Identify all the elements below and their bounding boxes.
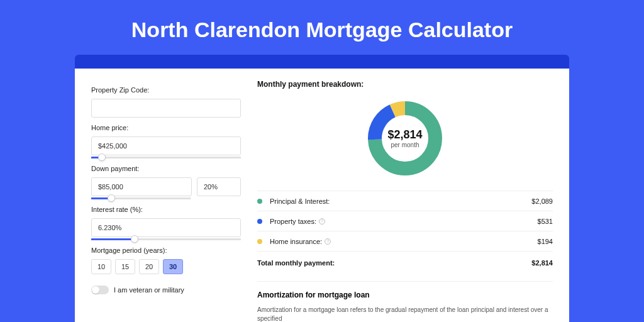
period-option-10[interactable]: 10 [91, 259, 111, 274]
breakdown-item-value: $194 [538, 238, 553, 245]
toggle-knob-icon [92, 286, 99, 294]
period-option-30[interactable]: 30 [163, 259, 183, 274]
donut-center-sub: per month [391, 142, 419, 148]
breakdown-item-label: Principal & Interest: [257, 197, 531, 205]
amortization-text: Amortization for a mortgage loan refers … [257, 306, 553, 322]
mortgage-period-label: Mortgage period (years): [91, 247, 241, 254]
period-option-15[interactable]: 15 [115, 259, 135, 274]
legend-dot-icon [257, 199, 262, 204]
down-payment-label: Down payment: [91, 165, 241, 172]
window-top-bar [75, 55, 569, 69]
amortization-heading: Amortization for mortgage loan [257, 291, 553, 299]
slider-knob-icon[interactable] [108, 194, 115, 202]
zip-label: Property Zip Code: [91, 86, 241, 94]
breakdown-item-label: Property taxes:? [257, 218, 538, 225]
total-value: $2,814 [531, 259, 553, 267]
breakdown-column: Monthly payment breakdown: $2,814 per mo… [257, 80, 569, 322]
breakdown-item: Property taxes:?$531 [257, 211, 553, 231]
legend-dot-icon [257, 219, 262, 224]
down-payment-input[interactable] [91, 177, 192, 196]
veteran-toggle[interactable] [91, 286, 109, 294]
donut-center-value: $2,814 [387, 128, 422, 142]
amortization-section: Amortization for mortgage loan Amortizat… [257, 281, 553, 322]
period-option-20[interactable]: 20 [139, 259, 159, 274]
total-label: Total monthly payment: [257, 259, 531, 267]
slider-knob-icon[interactable] [98, 153, 106, 161]
home-price-label: Home price: [91, 124, 241, 131]
breakdown-item-value: $531 [538, 218, 553, 225]
info-icon[interactable]: ? [325, 238, 331, 245]
home-price-input[interactable] [91, 136, 241, 155]
donut-chart: $2,814 per month [257, 97, 553, 179]
veteran-label: I am veteran or military [114, 286, 184, 294]
page-title: North Clarendon Mortgage Calculator [0, 0, 644, 55]
info-icon[interactable]: ? [319, 218, 325, 225]
down-payment-pct-input[interactable] [197, 177, 241, 196]
breakdown-item-value: $2,089 [531, 197, 553, 205]
total-row: Total monthly payment: $2,814 [257, 251, 553, 274]
legend-dot-icon [257, 239, 262, 244]
breakdown-item-label: Home insurance:? [257, 238, 538, 245]
mortgage-period-group: 10152030 [91, 259, 241, 274]
zip-input[interactable] [91, 99, 241, 118]
form-column: Property Zip Code: Home price: Down paym… [75, 80, 257, 322]
interest-rate-input[interactable] [91, 218, 241, 237]
interest-rate-slider[interactable] [91, 238, 241, 240]
breakdown-item: Home insurance:?$194 [257, 231, 553, 251]
home-price-slider[interactable] [91, 157, 241, 158]
down-payment-slider[interactable] [91, 197, 191, 199]
breakdown-item: Principal & Interest:$2,089 [257, 191, 553, 211]
interest-rate-label: Interest rate (%): [91, 206, 241, 213]
slider-knob-icon[interactable] [131, 235, 138, 243]
breakdown-heading: Monthly payment breakdown: [257, 80, 553, 89]
calculator-card: Property Zip Code: Home price: Down paym… [75, 69, 569, 322]
